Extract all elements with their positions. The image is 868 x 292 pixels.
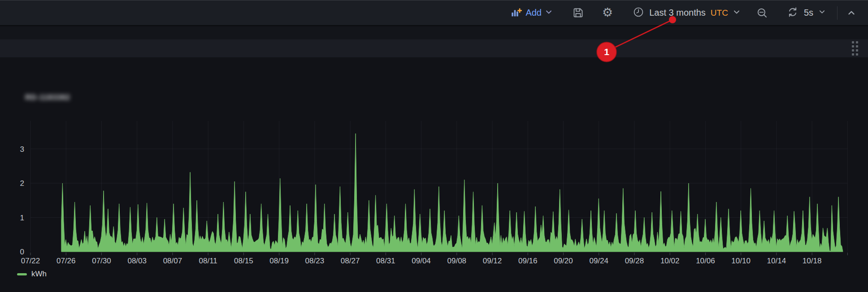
svg-text:08/27: 08/27 [341, 257, 360, 265]
dashboard-settings-button[interactable]: ⚙ [602, 7, 613, 19]
chevron-down-icon[interactable] [819, 9, 825, 17]
time-range-label: Last 3 months [649, 8, 706, 18]
gear-icon: ⚙ [602, 7, 613, 19]
svg-text:0: 0 [20, 248, 24, 256]
svg-text:2: 2 [20, 179, 24, 188]
svg-text:10/10: 10/10 [731, 257, 751, 265]
magnifier-minus-icon [756, 7, 768, 19]
time-range-picker[interactable]: Last 3 months UTC [633, 6, 740, 20]
svg-text:08/31: 08/31 [376, 257, 395, 265]
legend-item-kwh[interactable]: kWh [17, 270, 47, 279]
svg-text:07/30: 07/30 [92, 257, 111, 265]
add-panel-label: Add [525, 8, 542, 18]
svg-text:08/15: 08/15 [234, 257, 253, 265]
svg-text:10/06: 10/06 [696, 257, 715, 265]
svg-text:10/14: 10/14 [767, 257, 786, 265]
panel-title[interactable]: RD-1183382 [25, 93, 70, 102]
svg-text:09/12: 09/12 [483, 257, 502, 265]
page-background-band [0, 27, 868, 39]
svg-text:09/28: 09/28 [625, 257, 644, 265]
zoom-out-time-button[interactable] [756, 7, 768, 19]
dashboard-toolbar: Add ⚙ Last 3 [0, 0, 868, 26]
svg-text:08/23: 08/23 [305, 257, 325, 265]
svg-text:09/08: 09/08 [447, 257, 467, 265]
svg-text:07/22: 07/22 [21, 257, 40, 265]
svg-text:08/11: 08/11 [199, 257, 217, 265]
add-panel-button[interactable]: Add [510, 7, 552, 19]
save-dashboard-button[interactable] [572, 7, 584, 19]
energy-consumption-chart[interactable]: 012307/2207/2607/3008/0308/0708/1108/150… [0, 57, 868, 292]
svg-text:1: 1 [20, 214, 24, 222]
svg-text:08/03: 08/03 [127, 257, 147, 265]
timezone-label: UTC [711, 8, 728, 18]
panel-drag-handle-icon[interactable] [852, 41, 858, 56]
svg-text:09/16: 09/16 [518, 257, 538, 265]
legend-color-swatch [17, 273, 27, 275]
svg-text:09/04: 09/04 [412, 257, 431, 265]
svg-text:10/02: 10/02 [660, 257, 680, 265]
add-panel-icon [510, 7, 522, 19]
dashboard: Add ⚙ Last 3 [0, 0, 868, 292]
clock-icon [633, 6, 644, 20]
chevron-up-icon [846, 8, 856, 18]
svg-text:07/26: 07/26 [56, 257, 76, 265]
chevron-down-icon [733, 9, 740, 17]
panel-row-strip [0, 39, 868, 57]
svg-text:3: 3 [20, 145, 24, 154]
collapse-toolbar-button[interactable] [846, 8, 856, 18]
timeseries-panel: 012307/2207/2607/3008/0308/0708/1108/150… [0, 57, 868, 292]
toolbar-divider [837, 6, 838, 20]
svg-text:10/18: 10/18 [803, 257, 822, 265]
legend-label: kWh [31, 270, 47, 279]
svg-text:09/24: 09/24 [589, 257, 608, 265]
refresh-interval-label[interactable]: 5s [804, 8, 813, 18]
save-icon [572, 7, 584, 19]
chevron-down-icon [545, 9, 552, 17]
svg-text:09/20: 09/20 [554, 257, 573, 265]
refresh-button[interactable] [787, 6, 799, 20]
svg-text:08/07: 08/07 [163, 257, 182, 265]
refresh-picker: 5s [787, 6, 825, 20]
svg-text:08/19: 08/19 [269, 257, 289, 265]
